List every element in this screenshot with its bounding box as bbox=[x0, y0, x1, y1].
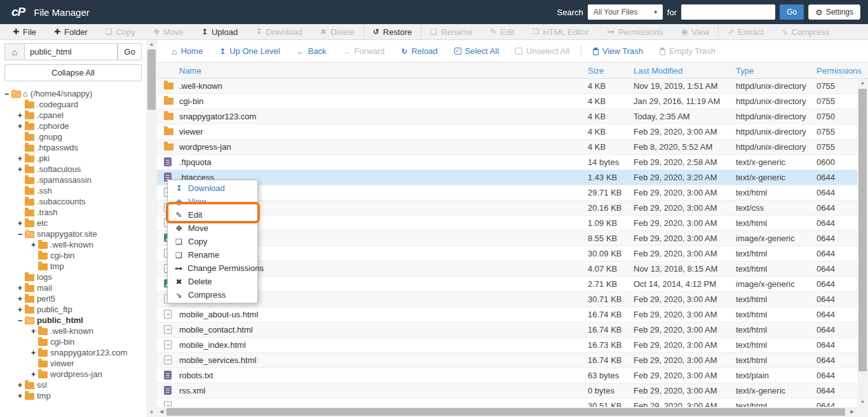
nav-item[interactable]: Unselect All bbox=[507, 46, 578, 56]
table-row[interactable]: 29.71 KB Feb 29, 2020, 3:00 AM text/html… bbox=[157, 185, 868, 201]
tree-item[interactable]: ⌂ .ssh bbox=[4, 185, 142, 196]
toolbar-item[interactable]: Copy bbox=[97, 24, 144, 39]
table-row[interactable]: mobile_contact.html 16.74 KB Feb 29, 202… bbox=[157, 322, 868, 338]
tree-item[interactable]: ⌂ .subaccounts bbox=[4, 196, 142, 207]
column-header-type[interactable]: Type bbox=[736, 63, 754, 79]
sidebar-scrollbar[interactable]: ▲ ▼ bbox=[146, 40, 157, 417]
table-row[interactable]: 30.09 KB Feb 29, 2020, 3:00 AM text/html… bbox=[157, 246, 868, 261]
tree-item[interactable]: − ⌂ (/home4/snappy) bbox=[4, 88, 142, 99]
table-row[interactable]: 30.51 KB Feb 29, 2020, 3:00 AM text/html… bbox=[157, 399, 868, 407]
file-name[interactable]: robots.txt bbox=[179, 368, 213, 383]
toolbar-item[interactable]: Restore bbox=[363, 24, 421, 39]
collapse-all-button[interactable]: Collapse All bbox=[4, 64, 142, 81]
scroll-right-arrow[interactable]: ▶ bbox=[848, 407, 857, 417]
toolbar-item[interactable]: Move bbox=[144, 24, 193, 39]
nav-item[interactable]: Home bbox=[163, 46, 211, 56]
tree-expander[interactable]: + bbox=[31, 348, 38, 357]
tree-item[interactable]: + ⌂ .cphorde bbox=[4, 121, 142, 131]
scroll-up-arrow[interactable]: ▲ bbox=[146, 40, 157, 49]
table-row[interactable]: snappygator123.com 4 KB Today, 2:35 AM h… bbox=[157, 109, 868, 124]
tree-item[interactable]: ⌂ .htpasswds bbox=[4, 142, 142, 153]
toolbar-item[interactable]: Delete bbox=[311, 24, 363, 39]
scroll-down-arrow[interactable]: ▼ bbox=[857, 398, 868, 407]
tree-expander[interactable]: + bbox=[18, 295, 25, 303]
tree-item[interactable]: + ⌂ public_ftp bbox=[4, 304, 142, 315]
tree-item[interactable]: − ⌂ snappygator.site bbox=[4, 228, 142, 239]
scroll-down-arrow[interactable]: ▼ bbox=[146, 408, 157, 417]
tree-item[interactable]: + ⌂ mail bbox=[4, 282, 142, 293]
scroll-left-arrow[interactable]: ◀ bbox=[157, 407, 166, 417]
table-row[interactable]: 30.71 KB Feb 29, 2020, 3:00 AM text/html… bbox=[157, 292, 868, 307]
tree-item[interactable]: + ⌂ tmp bbox=[4, 390, 142, 401]
table-row[interactable]: wordpress-jan 4 KB Feb 8, 2020, 5:52 AM … bbox=[157, 140, 868, 155]
nav-item[interactable]: Forward bbox=[335, 46, 393, 56]
home-path-button[interactable] bbox=[4, 43, 25, 60]
tree-item[interactable]: ⌂ cgi-bin bbox=[4, 250, 142, 261]
table-row[interactable]: 20.16 KB Feb 29, 2020, 3:00 AM text/css … bbox=[157, 201, 868, 216]
tree-expander[interactable]: − bbox=[18, 316, 25, 325]
tree-expander[interactable]: + bbox=[18, 381, 25, 390]
scrollbar-thumb[interactable] bbox=[858, 89, 867, 371]
context-menu-item[interactable]: Delete bbox=[168, 275, 257, 288]
context-menu-item[interactable]: Change Permissions bbox=[168, 261, 257, 275]
table-row[interactable]: cgi-bin 4 KB Jan 29, 2016, 11:19 AM http… bbox=[157, 94, 868, 109]
toolbar-item[interactable]: Extract bbox=[718, 24, 773, 39]
toolbar-item[interactable]: HTML Editor bbox=[524, 24, 598, 39]
toolbar-item[interactable]: File bbox=[4, 24, 45, 39]
tree-expander[interactable]: + bbox=[18, 305, 25, 314]
nav-trash-item[interactable]: View Trash bbox=[585, 46, 651, 56]
tree-item[interactable]: + ⌂ etc bbox=[4, 218, 142, 228]
tree-item[interactable]: + ⌂ ssl bbox=[4, 380, 142, 390]
toolbar-item[interactable]: Edit bbox=[481, 24, 523, 39]
tree-item[interactable]: + ⌂ .softaculous bbox=[4, 164, 142, 175]
tree-expander[interactable]: + bbox=[31, 327, 38, 336]
tree-item[interactable]: − ⌂ public_html bbox=[4, 315, 142, 326]
table-row[interactable]: mobile_index.html 16.73 KB Feb 29, 2020,… bbox=[157, 338, 868, 353]
table-row[interactable]: rss.xml 0 bytes Feb 29, 2020, 3:00 AM te… bbox=[157, 383, 868, 399]
tree-expander[interactable]: + bbox=[18, 111, 25, 120]
search-go-button[interactable]: Go bbox=[780, 4, 804, 20]
settings-button[interactable]: Settings bbox=[808, 4, 860, 20]
file-name[interactable]: mobile_index.html bbox=[179, 338, 246, 352]
table-row[interactable]: 8.55 KB Feb 29, 2020, 3:00 AM image/x-ge… bbox=[157, 231, 868, 246]
file-name[interactable]: rss.xml bbox=[179, 383, 205, 398]
nav-trash-item[interactable]: Empty Trash bbox=[651, 46, 724, 56]
context-menu-item[interactable]: Edit bbox=[168, 208, 257, 222]
context-menu-item[interactable]: View bbox=[168, 195, 257, 208]
file-name[interactable]: .ftpquota bbox=[179, 155, 212, 169]
file-name[interactable]: wordpress-jan bbox=[179, 140, 231, 154]
tree-expander[interactable]: − bbox=[4, 89, 11, 98]
table-horizontal-scrollbar[interactable]: ◀ ▶ bbox=[157, 407, 868, 417]
toolbar-item[interactable]: Rename bbox=[421, 24, 481, 39]
scrollbar-thumb[interactable] bbox=[166, 408, 845, 416]
file-name[interactable]: mobile_contact.html bbox=[179, 322, 253, 337]
file-name[interactable]: .well-known bbox=[179, 79, 222, 93]
toolbar-item[interactable]: Download bbox=[247, 24, 311, 39]
tree-item[interactable]: + ⌂ perl5 bbox=[4, 293, 142, 304]
path-go-button[interactable]: Go bbox=[118, 43, 142, 60]
nav-item[interactable]: Up One Level bbox=[211, 46, 288, 56]
tree-expander[interactable]: + bbox=[31, 370, 38, 379]
column-header-size[interactable]: Size bbox=[588, 63, 604, 79]
tree-item[interactable]: + ⌂ .well-known bbox=[4, 326, 142, 336]
file-name[interactable]: snappygator123.com bbox=[179, 109, 256, 124]
table-row[interactable]: .htaccess 1.43 KB Feb 29, 2020, 3:20 AM … bbox=[157, 170, 868, 185]
table-row[interactable]: 1.09 KB Feb 29, 2020, 3:00 AM text/html … bbox=[157, 216, 868, 231]
tree-item[interactable]: + ⌂ .well-known bbox=[4, 239, 142, 250]
toolbar-item[interactable]: View bbox=[672, 24, 718, 39]
scroll-up-arrow[interactable]: ▲ bbox=[857, 79, 868, 88]
tree-expander[interactable]: + bbox=[31, 241, 38, 249]
search-input[interactable] bbox=[681, 4, 775, 20]
toolbar-item[interactable]: Compress bbox=[773, 24, 838, 39]
nav-item[interactable]: Reload bbox=[393, 46, 445, 56]
file-name[interactable]: mobile_about-us.html bbox=[179, 307, 258, 322]
table-row[interactable]: 2.71 KB Oct 14, 2014, 4:12 PM image/x-ge… bbox=[157, 277, 868, 292]
tree-item[interactable]: ⌂ tmp bbox=[4, 261, 142, 272]
tree-item[interactable]: ⌂ .spamassassin bbox=[4, 175, 142, 185]
tree-item[interactable]: ⌂ .gnupg bbox=[4, 131, 142, 142]
toolbar-item[interactable]: Upload bbox=[193, 24, 247, 39]
tree-item[interactable]: ⌂ .codeguard bbox=[4, 99, 142, 110]
tree-expander[interactable]: + bbox=[18, 154, 25, 163]
table-row[interactable]: mobile_services.html 16.74 KB Feb 29, 20… bbox=[157, 353, 868, 368]
tree-item[interactable]: + ⌂ wordpress-jan bbox=[4, 369, 142, 380]
